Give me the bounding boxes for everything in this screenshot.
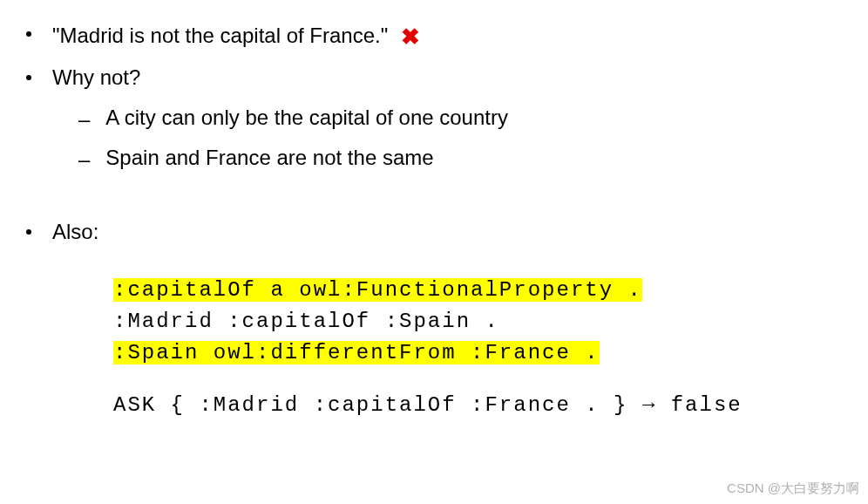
- bullet-dot-icon: [26, 31, 31, 37]
- sub-text-1: A city can only be the capital of one co…: [105, 101, 508, 134]
- bullet-item-2: Why not?: [26, 61, 842, 94]
- sub-item-2: – Spain and France are not the same: [78, 141, 842, 176]
- spacer: [113, 369, 842, 390]
- dash-icon: –: [78, 143, 90, 176]
- code-line-3: :Spain owl:differentFrom :France .: [113, 337, 842, 369]
- statement-text: "Madrid is not the capital of France.": [52, 24, 388, 47]
- sub-text-2: Spain and France are not the same: [105, 141, 433, 174]
- bullet-dot-icon: [26, 229, 31, 235]
- sub-item-1: – A city can only be the capital of one …: [78, 101, 842, 136]
- highlighted-code: :Spain owl:differentFrom :France .: [113, 341, 600, 364]
- watermark-text: CSDN @大白要努力啊: [727, 478, 859, 499]
- bullet-text-2: Why not?: [52, 61, 140, 94]
- sub-list: – A city can only be the capital of one …: [78, 101, 842, 177]
- bullet-text-3: Also:: [52, 215, 98, 249]
- bullet-text-1: "Madrid is not the capital of France." ✖: [52, 17, 420, 54]
- code-block: :capitalOf a owl:FunctionalProperty . :M…: [113, 275, 842, 421]
- code-line-4: ASK { :Madrid :capitalOf :France . } → f…: [113, 390, 842, 421]
- cross-icon: ✖: [401, 19, 420, 56]
- bullet-item-1: "Madrid is not the capital of France." ✖: [26, 17, 842, 54]
- highlighted-code: :capitalOf a owl:FunctionalProperty .: [113, 278, 642, 302]
- bullet-item-3: Also:: [26, 215, 842, 249]
- bullet-dot-icon: [26, 75, 31, 80]
- dash-icon: –: [78, 103, 90, 136]
- spacer: [26, 194, 842, 215]
- code-line-1: :capitalOf a owl:FunctionalProperty .: [113, 275, 842, 306]
- code-line-2: :Madrid :capitalOf :Spain .: [113, 306, 842, 337]
